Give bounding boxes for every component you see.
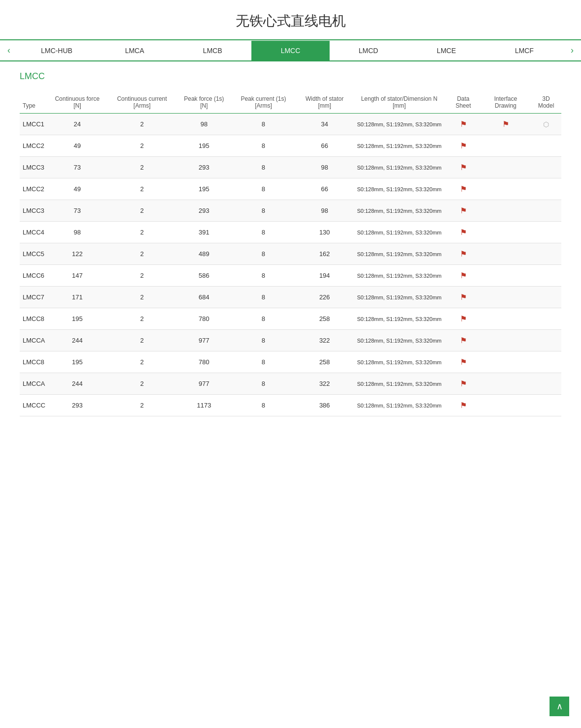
cell-length-stator: S0:128mm, S1:192mm, S3:320mm: [353, 135, 446, 157]
cell-interface-drawing: [481, 200, 531, 222]
cell-cont_force: 49: [48, 135, 106, 157]
cell-peak_current: 8: [230, 287, 297, 308]
cell-cont_current: 2: [106, 287, 178, 308]
nav-prev-button[interactable]: ‹: [0, 40, 18, 60]
cell-length-stator: S0:128mm, S1:192mm, S3:320mm: [353, 373, 446, 395]
cell-cont_current: 2: [106, 200, 178, 222]
section-title: LMCC: [20, 71, 561, 82]
cell-interface-drawing: [481, 395, 531, 416]
cell-width_stator: 98: [297, 157, 353, 178]
nav-next-button[interactable]: ›: [563, 40, 581, 60]
table-row: LMCC2492195866S0:128mm, S1:192mm, S3:320…: [20, 135, 561, 157]
table-row: LMCC819527808258S0:128mm, S1:192mm, S3:3…: [20, 308, 561, 330]
nav-tab-lmcd[interactable]: LMCD: [330, 41, 407, 60]
cell-length-stator: S0:128mm, S1:192mm, S3:320mm: [353, 178, 446, 200]
cell-cont_current: 2: [106, 243, 178, 265]
cell-data-sheet: ⚑: [446, 351, 481, 373]
cell-width_stator: 34: [297, 114, 353, 135]
cell-peak_force: 195: [178, 178, 230, 200]
cell-data-sheet: ⚑: [446, 373, 481, 395]
cell-3d-model: [531, 330, 561, 351]
cell-width_stator: 386: [297, 395, 353, 416]
nav-tab-lmcc[interactable]: LMCC: [251, 41, 329, 60]
pdf-icon[interactable]: ⚑: [460, 358, 467, 366]
cell-peak_current: 8: [230, 200, 297, 222]
cell-peak_force: 195: [178, 135, 230, 157]
pdf-icon[interactable]: ⚑: [460, 142, 467, 150]
cell-cont_force: 73: [48, 157, 106, 178]
cell-interface-drawing: [481, 243, 531, 265]
cell-peak_current: 8: [230, 178, 297, 200]
cell-cont_force: 147: [48, 265, 106, 287]
cell-cont_current: 2: [106, 135, 178, 157]
cell-interface-drawing: [481, 351, 531, 373]
pdf-icon[interactable]: ⚑: [460, 163, 467, 172]
data-table: TypeContinuous force [N]Continuous curre…: [20, 91, 561, 416]
cell-3d-model: [531, 157, 561, 178]
cell-length-stator: S0:128mm, S1:192mm, S3:320mm: [353, 330, 446, 351]
pdf-icon[interactable]: ⚑: [460, 379, 467, 388]
cell-type: LMCC7: [20, 287, 48, 308]
cell-interface-drawing: [481, 178, 531, 200]
cell-width_stator: 226: [297, 287, 353, 308]
cell-peak_current: 8: [230, 222, 297, 243]
nav-tab-lmcb[interactable]: LMCB: [174, 41, 251, 60]
cell-interface-drawing: [481, 330, 531, 351]
nav-tab-lmcf[interactable]: LMCF: [486, 41, 563, 60]
cell-peak_current: 8: [230, 135, 297, 157]
pdf-icon[interactable]: ⚑: [460, 206, 467, 215]
cell-peak_force: 780: [178, 308, 230, 330]
col-header-data_sheet: Data Sheet: [446, 91, 481, 114]
cell-width_stator: 98: [297, 200, 353, 222]
table-row: LMCC614725868194S0:128mm, S1:192mm, S3:3…: [20, 265, 561, 287]
table-row: LMCCC293211738386S0:128mm, S1:192mm, S3:…: [20, 395, 561, 416]
cell-peak_current: 8: [230, 373, 297, 395]
cell-peak_force: 780: [178, 351, 230, 373]
cell-cont_force: 122: [48, 243, 106, 265]
pdf-icon[interactable]: ⚑: [460, 315, 467, 323]
cell-3d-model: [531, 351, 561, 373]
cell-peak_current: 8: [230, 330, 297, 351]
cell-peak_force: 293: [178, 200, 230, 222]
cell-data-sheet: ⚑: [446, 157, 481, 178]
cell-cont_force: 171: [48, 287, 106, 308]
cell-cont_current: 2: [106, 157, 178, 178]
cell-data-sheet: ⚑: [446, 200, 481, 222]
table-row: LMCC2492195866S0:128mm, S1:192mm, S3:320…: [20, 178, 561, 200]
pdf-icon[interactable]: ⚑: [460, 401, 467, 409]
cell-width_stator: 130: [297, 222, 353, 243]
pdf-icon[interactable]: ⚑: [460, 271, 467, 280]
pdf-icon[interactable]: ⚑: [460, 336, 467, 345]
nav-tab-lmc-hub[interactable]: LMC-HUB: [18, 41, 95, 60]
cell-length-stator: S0:128mm, S1:192mm, S3:320mm: [353, 200, 446, 222]
col-header-length_stator: Length of stator/Dimension N [mm]: [353, 91, 446, 114]
cell-length-stator: S0:128mm, S1:192mm, S3:320mm: [353, 157, 446, 178]
cell-peak_current: 8: [230, 308, 297, 330]
table-row: LMCC819527808258S0:128mm, S1:192mm, S3:3…: [20, 351, 561, 373]
cell-width_stator: 66: [297, 178, 353, 200]
pdf-icon[interactable]: ⚑: [460, 293, 467, 301]
interface-pdf-icon[interactable]: ⚑: [502, 120, 509, 128]
nav-tab-lmce[interactable]: LMCE: [407, 41, 485, 60]
pdf-icon[interactable]: ⚑: [460, 228, 467, 236]
3d-model-icon[interactable]: ⬡: [543, 120, 549, 128]
cell-data-sheet: ⚑: [446, 308, 481, 330]
cell-3d-model: [531, 373, 561, 395]
cell-type: LMCC6: [20, 265, 48, 287]
page-title: 无铁心式直线电机: [0, 0, 581, 39]
cell-length-stator: S0:128mm, S1:192mm, S3:320mm: [353, 351, 446, 373]
pdf-icon[interactable]: ⚑: [460, 120, 467, 128]
cell-type: LMCC3: [20, 157, 48, 178]
nav-tabs: LMC-HUBLMCALMCBLMCCLMCDLMCELMCF: [18, 41, 563, 60]
col-header-model_3d: 3D Model: [531, 91, 561, 114]
nav-tab-lmca[interactable]: LMCA: [95, 41, 173, 60]
cell-interface-drawing: [481, 135, 531, 157]
cell-width_stator: 322: [297, 373, 353, 395]
cell-type: LMCC8: [20, 308, 48, 330]
cell-interface-drawing: [481, 265, 531, 287]
pdf-icon[interactable]: ⚑: [460, 250, 467, 258]
cell-length-stator: S0:128mm, S1:192mm, S3:320mm: [353, 265, 446, 287]
table-row: LMCCA24429778322S0:128mm, S1:192mm, S3:3…: [20, 330, 561, 351]
cell-cont_current: 2: [106, 330, 178, 351]
pdf-icon[interactable]: ⚑: [460, 185, 467, 193]
